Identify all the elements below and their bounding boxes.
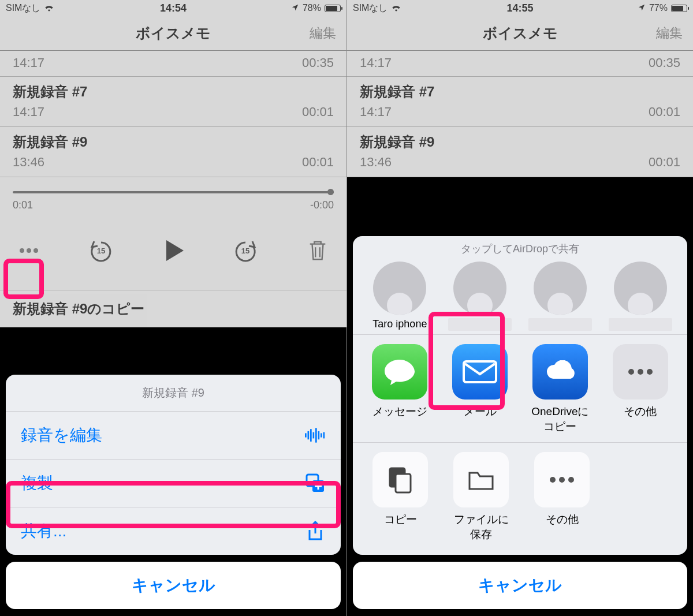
item-time: 14:17	[360, 104, 392, 120]
cancel-button[interactable]: キャンセル	[6, 562, 341, 609]
svg-rect-7	[318, 431, 320, 439]
scrubber-knob[interactable]	[327, 189, 334, 195]
status-bar: SIMなし 14:54 78%	[0, 0, 346, 16]
item-duration: 00:35	[302, 55, 334, 70]
carrier-label: SIMなし	[6, 2, 40, 14]
cancel-button[interactable]: キャンセル	[353, 562, 687, 609]
share-icon	[305, 521, 326, 542]
svg-rect-6	[315, 428, 317, 442]
item-duration: 00:01	[649, 155, 680, 170]
rewind-15-button[interactable]: 15	[85, 234, 117, 267]
delete-button[interactable]	[301, 234, 334, 267]
avatar-icon	[534, 262, 587, 315]
airdrop-contact[interactable]	[600, 262, 680, 331]
list-item[interactable]: 新規録音 #7 14:1700:01	[347, 77, 693, 127]
airdrop-title: タップしてAirDropで共有	[353, 236, 687, 258]
app-label: その他	[600, 404, 680, 419]
share-app-more[interactable]: その他	[600, 344, 680, 434]
list-item-copy[interactable]: 新規録音 #9のコピー	[0, 290, 346, 327]
action-save-to-files[interactable]: ファイルに 保存	[441, 452, 521, 542]
airdrop-contact[interactable]: Taro iphone	[360, 262, 440, 331]
scrubber[interactable]: 0:01 -0:00	[0, 177, 346, 211]
more-icon	[16, 238, 42, 263]
svg-rect-4	[310, 429, 312, 442]
app-label: メール	[440, 404, 520, 419]
share-button[interactable]: 共有...	[6, 507, 341, 555]
item-time: 13:46	[360, 155, 392, 170]
forward-15-button[interactable]: 15	[229, 234, 262, 267]
svg-rect-9	[323, 432, 325, 439]
more-icon	[534, 452, 590, 507]
status-bar: SIMなし 14:55 77%	[347, 0, 693, 16]
item-label: 録音を編集	[21, 424, 102, 446]
edit-button[interactable]: 編集	[656, 24, 683, 42]
avatar-icon	[453, 262, 506, 315]
play-button[interactable]	[157, 234, 189, 267]
share-app-messages[interactable]: メッセージ	[360, 344, 440, 434]
action-label: コピー	[360, 512, 441, 527]
share-app-onedrive[interactable]: OneDriveに コピー	[520, 344, 601, 434]
action-sheet-card: 新規録音 #9 録音を編集 複製 共有...	[6, 375, 341, 555]
waveform-icon	[305, 425, 326, 446]
svg-rect-5	[313, 432, 315, 439]
action-more[interactable]: その他	[521, 452, 602, 542]
edit-recording-button[interactable]: 録音を編集	[6, 412, 341, 460]
duplicate-button[interactable]: 複製	[6, 460, 341, 507]
battery-icon	[325, 5, 341, 12]
phone-left: SIMなし 14:54 78% ボイスメモ 編集 14:1700:35 新規録音…	[0, 0, 346, 616]
app-label: メッセージ	[360, 404, 440, 419]
avatar-icon	[614, 262, 667, 315]
share-apps-row: メッセージ メール OneDriveに コピー その他	[353, 334, 687, 443]
share-app-mail[interactable]: メール	[440, 344, 520, 434]
contact-label: Taro iphone	[360, 318, 440, 330]
recordings-list: 14:1700:35 新規録音 #7 14:1700:01 新規録音 #9 13…	[347, 51, 693, 177]
battery-pct: 78%	[303, 3, 321, 13]
contact-label-redacted	[528, 318, 592, 331]
more-button[interactable]	[13, 234, 45, 267]
item-name: 新規録音 #9	[360, 133, 680, 151]
item-time: 14:17	[13, 55, 44, 70]
action-label: ファイルに 保存	[441, 512, 521, 542]
contact-label-redacted	[609, 318, 672, 331]
recordings-list: 14:1700:35 新規録音 #7 14:1700:01 新規録音 #9 13…	[0, 51, 346, 177]
svg-rect-8	[321, 433, 322, 437]
share-sheet: タップしてAirDropで共有 Taro iphone メッセージ メール On…	[353, 236, 687, 609]
avatar-icon	[373, 262, 426, 315]
action-sheet: 新規録音 #9 録音を編集 複製 共有... キャンセル	[6, 375, 341, 609]
item-duration: 00:01	[649, 104, 680, 120]
nav-header: ボイスメモ 編集	[0, 16, 346, 51]
share-card: タップしてAirDropで共有 Taro iphone メッセージ メール On…	[353, 236, 687, 555]
item-label: 複製	[21, 472, 53, 494]
item-duration: 00:01	[302, 104, 334, 120]
airdrop-contact[interactable]	[440, 262, 520, 331]
wifi-icon	[391, 3, 401, 13]
svg-rect-12	[464, 361, 496, 382]
app-label: OneDriveに コピー	[520, 404, 601, 434]
item-name: 新規録音 #7	[360, 83, 680, 101]
remaining-time: -0:00	[310, 199, 334, 211]
svg-text:15: 15	[241, 247, 249, 255]
item-duration: 00:35	[649, 55, 680, 70]
folder-icon	[453, 452, 509, 507]
status-time: 14:54	[160, 2, 187, 14]
list-item[interactable]: 新規録音 #7 14:1700:01	[0, 77, 346, 127]
battery-icon	[671, 5, 687, 12]
header-title: ボイスメモ	[483, 24, 558, 43]
wifi-icon	[44, 3, 54, 13]
status-time: 14:55	[506, 2, 533, 14]
playback-controls: 15 15	[0, 211, 346, 290]
battery-pct: 77%	[649, 3, 668, 13]
list-item[interactable]: 新規録音 #9 13:4600:01	[347, 127, 693, 177]
duplicate-icon	[305, 473, 326, 494]
edit-button[interactable]: 編集	[310, 24, 336, 42]
list-item[interactable]: 14:1700:35	[0, 51, 346, 77]
list-item[interactable]: 14:1700:35	[347, 51, 693, 77]
more-icon	[613, 344, 668, 400]
airdrop-contact[interactable]	[520, 262, 601, 331]
airdrop-row: Taro iphone	[353, 258, 687, 334]
list-item[interactable]: 新規録音 #9 13:4600:01	[0, 127, 346, 177]
messages-icon	[372, 344, 427, 400]
action-copy[interactable]: コピー	[360, 452, 441, 542]
item-time: 13:46	[13, 155, 44, 170]
svg-rect-14	[396, 474, 411, 492]
